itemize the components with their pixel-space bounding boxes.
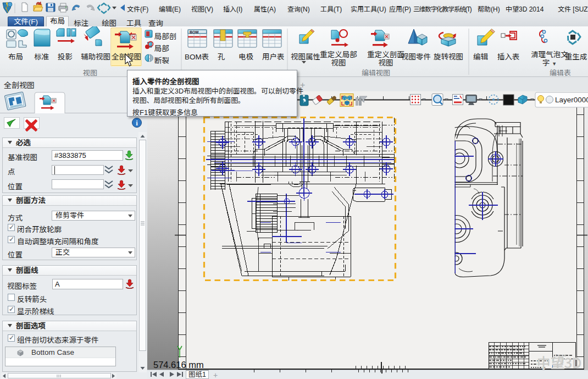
svg-text:中望3D: 中望3D [537, 352, 581, 370]
svg-text:i: i [136, 119, 138, 127]
svg-text:Layer0000: Layer0000 [555, 96, 588, 104]
svg-text:574.616 mm: 574.616 mm [153, 360, 204, 370]
svg-text:BOM: BOM [190, 30, 199, 34]
